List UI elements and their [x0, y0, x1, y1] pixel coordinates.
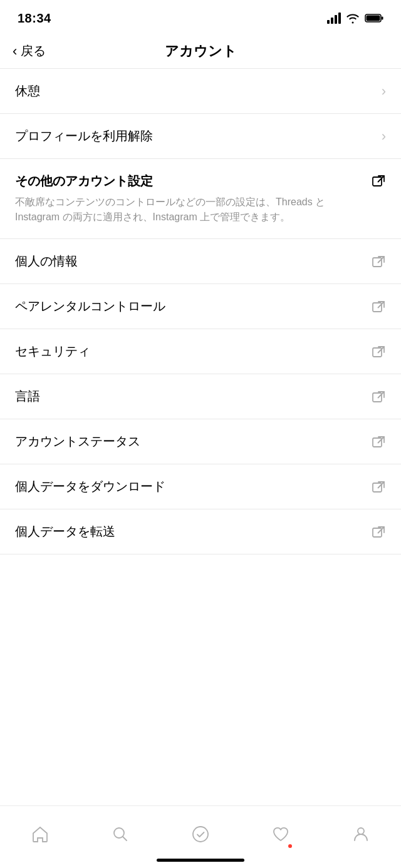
search-icon [111, 825, 130, 844]
back-label: 戻る [21, 43, 46, 59]
section-header-title: その他のアカウント設定 [15, 173, 365, 190]
external-link-icon [372, 300, 386, 314]
tab-compose[interactable] [175, 815, 226, 853]
settings-item-label: プロフィールを利用解除 [15, 128, 153, 145]
status-time: 18:34 [18, 11, 51, 26]
settings-item-language[interactable]: 言語 [0, 374, 401, 419]
external-link-icon [372, 345, 386, 359]
settings-item-security[interactable]: セキュリティ [0, 329, 401, 374]
settings-list: 休憩 › プロフィールを利用解除 › その他のアカウント設定 不敵席なコンテンツ… [0, 69, 401, 554]
tab-profile[interactable] [336, 815, 386, 853]
svg-rect-8 [373, 438, 382, 447]
settings-item-account-status[interactable]: アカウントステータス [0, 419, 401, 464]
home-indicator [157, 859, 244, 862]
settings-item-profile-release[interactable]: プロフィールを利用解除 › [0, 114, 401, 159]
other-account-settings-section: その他のアカウント設定 不敵席なコンテンツのコントロールなどの一部の設定は、Th… [0, 159, 401, 239]
settings-item-download-data[interactable]: 個人データをダウンロード [0, 464, 401, 509]
back-chevron-icon: ‹ [13, 43, 17, 59]
svg-point-12 [193, 827, 208, 842]
page-title: アカウント [165, 42, 237, 61]
tab-search[interactable] [95, 815, 145, 853]
svg-point-13 [358, 828, 364, 834]
settings-item-kyukei[interactable]: 休憩 › [0, 69, 401, 114]
svg-rect-6 [373, 348, 382, 357]
status-icons [327, 13, 383, 24]
svg-rect-4 [373, 258, 382, 267]
svg-rect-5 [373, 303, 382, 312]
svg-rect-10 [373, 528, 382, 537]
settings-item-label: 個人データを転送 [15, 523, 115, 540]
external-link-icon [372, 255, 386, 268]
chevron-right-icon: › [382, 128, 386, 145]
settings-item-parental-control[interactable]: ペアレンタルコントロール [0, 284, 401, 329]
compose-icon [191, 825, 210, 844]
svg-rect-2 [367, 16, 380, 21]
settings-item-label: セキュリティ [15, 343, 90, 360]
svg-rect-9 [373, 483, 382, 492]
section-header: その他のアカウント設定 不敵席なコンテンツのコントロールなどの一部の設定は、Th… [0, 159, 401, 228]
settings-item-label: アカウントステータス [15, 433, 140, 450]
wifi-icon [346, 13, 360, 24]
heart-icon [271, 825, 290, 844]
svg-rect-7 [373, 393, 382, 402]
external-link-icon [372, 480, 386, 494]
tab-home[interactable] [15, 815, 65, 853]
section-header-desc: 不敵席なコンテンツのコントロールなどの一部の設定は、Threads と Inst… [15, 195, 365, 225]
signal-icon [327, 13, 341, 24]
external-link-icon [372, 525, 386, 539]
settings-item-personal-info[interactable]: 個人の情報 [0, 239, 401, 284]
person-icon [352, 825, 370, 844]
settings-item-label: 個人データをダウンロード [15, 478, 165, 495]
battery-icon [365, 13, 383, 23]
svg-rect-3 [373, 177, 382, 186]
back-button[interactable]: ‹ 戻る [13, 43, 46, 59]
svg-rect-1 [382, 17, 383, 20]
status-bar: 18:34 [0, 0, 401, 34]
activity-notification-dot [288, 844, 292, 848]
external-link-icon [372, 174, 386, 190]
tab-activity[interactable] [256, 815, 306, 853]
nav-bar: ‹ 戻る アカウント [0, 34, 401, 69]
home-icon [31, 825, 49, 844]
settings-item-label: ペアレンタルコントロール [15, 298, 165, 315]
external-link-icon [372, 435, 386, 449]
external-link-icon [372, 390, 386, 404]
settings-item-label: 個人の情報 [15, 253, 78, 270]
settings-item-label: 言語 [15, 388, 40, 405]
chevron-right-icon: › [382, 83, 386, 100]
settings-item-transfer-data[interactable]: 個人データを転送 [0, 509, 401, 554]
settings-item-label: 休憩 [15, 83, 40, 100]
